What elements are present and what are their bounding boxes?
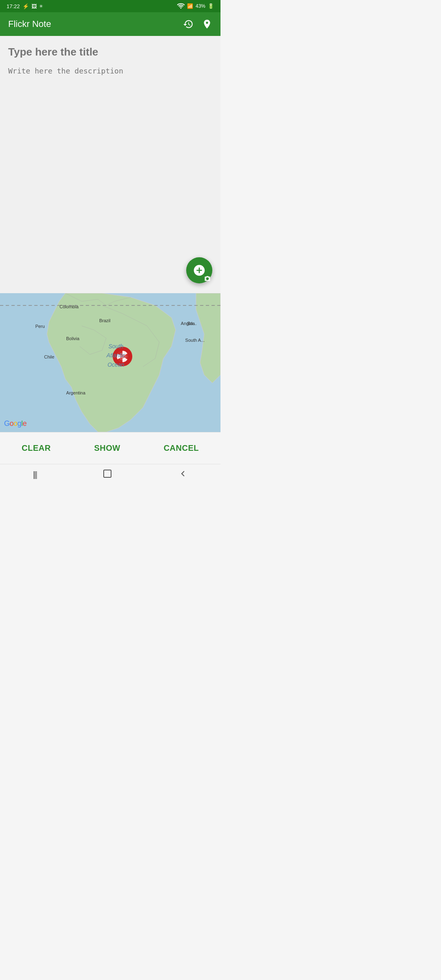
clear-button[interactable]: CLEAR	[13, 439, 59, 457]
recent-apps-icon[interactable]: |||	[33, 470, 37, 479]
home-icon[interactable]	[102, 469, 112, 481]
nav-bar: |||	[0, 464, 220, 485]
location-icon[interactable]	[202, 19, 212, 29]
battery-text: 43%	[196, 3, 205, 9]
app-title: Flickr Note	[8, 19, 51, 29]
battery-icon: 🔋	[208, 3, 214, 9]
map-area: Colombia Brazil Peru Angola Bolivia Chil…	[0, 293, 220, 432]
description-input[interactable]	[8, 67, 212, 148]
add-photo-fab[interactable]	[186, 257, 212, 283]
cancel-button[interactable]: CANCEL	[156, 439, 207, 457]
back-icon[interactable]	[178, 469, 188, 481]
content-area	[0, 36, 220, 293]
status-left: 17:22 ⚡ 🖼 ✳	[7, 3, 43, 9]
history-icon[interactable]	[183, 19, 194, 29]
status-bar: 17:22 ⚡ 🖼 ✳ 📶 43% 🔋	[0, 0, 220, 12]
app-bar: Flickr Note	[0, 12, 220, 36]
status-right: 📶 43% 🔋	[177, 3, 214, 10]
status-time: 17:22	[7, 3, 20, 9]
bottom-buttons: CLEAR SHOW CANCEL	[0, 432, 220, 464]
svg-rect-7	[104, 470, 111, 477]
app-bar-icons	[183, 19, 212, 29]
google-logo: Google	[4, 419, 27, 428]
title-input[interactable]	[8, 46, 212, 58]
signal-icon: 📶	[187, 3, 193, 9]
show-button[interactable]: SHOW	[86, 439, 128, 457]
wifi-icon	[177, 3, 185, 10]
image-icon: 🖼	[31, 3, 37, 9]
settings-icon: ✳	[39, 4, 43, 9]
lightning-icon: ⚡	[22, 3, 29, 9]
